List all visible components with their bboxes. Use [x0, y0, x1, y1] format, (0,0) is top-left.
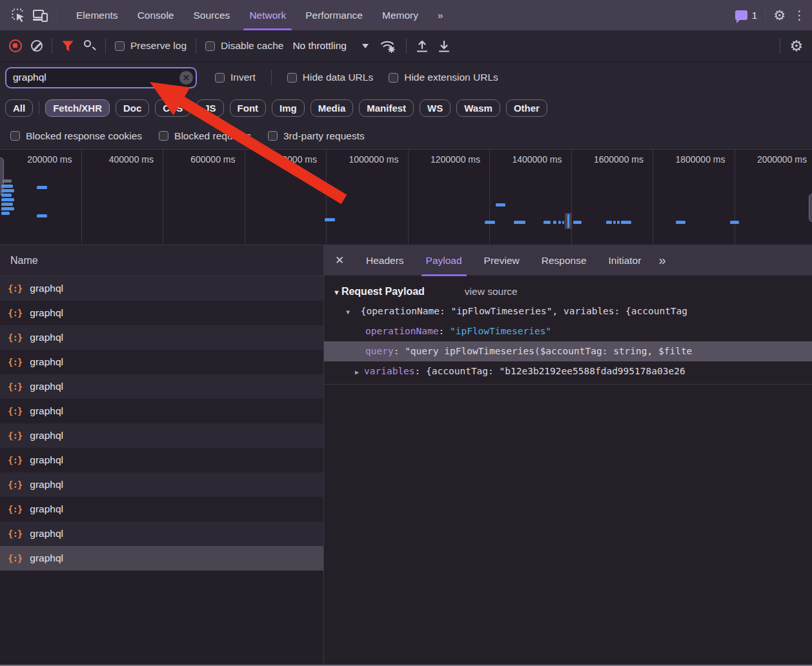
request-row[interactable]: {:}graphql	[0, 546, 323, 570]
payload-row-variables[interactable]: ▶variables: {accountTag: "b12e3b2192ee55…	[324, 361, 812, 381]
invert-checkbox[interactable]: Invert	[215, 72, 256, 83]
filter-chip-wasm[interactable]: Wasm	[456, 99, 500, 117]
export-har-icon[interactable]	[438, 39, 451, 53]
request-row[interactable]: {:}graphql	[0, 448, 323, 472]
payload-summary-row[interactable]: ▼ {operationName: "ipFlowTimeseries", va…	[324, 301, 812, 321]
timeline-request-bar	[621, 221, 631, 224]
view-source-link[interactable]: view source	[465, 286, 518, 298]
tab-memory[interactable]: Memory	[372, 0, 428, 30]
tab-sources[interactable]: Sources	[184, 0, 240, 30]
filter-chip-fetch-xhr[interactable]: Fetch/XHR	[45, 99, 110, 117]
checkbox-3rd-party-requests[interactable]: 3rd-party requests	[268, 130, 365, 142]
request-name: graphql	[30, 528, 63, 540]
request-row[interactable]: {:}graphql	[0, 301, 323, 325]
kebab-menu-icon[interactable]: ⋮	[793, 9, 806, 21]
filter-chip-media[interactable]: Media	[310, 99, 354, 117]
checkbox	[389, 73, 398, 83]
chevron-down-icon	[362, 44, 369, 48]
request-row[interactable]: {:}graphql	[0, 521, 323, 546]
request-row[interactable]: {:}graphql	[0, 374, 323, 399]
network-settings-gear-icon[interactable]: ⚙	[789, 39, 803, 54]
tab-performance[interactable]: Performance	[296, 0, 372, 30]
filter-chip-img[interactable]: Img	[272, 99, 305, 117]
timeline-request-bar	[562, 221, 564, 224]
name-column-header[interactable]: Name	[0, 245, 323, 276]
filter-chip-ws[interactable]: WS	[420, 99, 451, 117]
filter-chip-font[interactable]: Font	[230, 99, 266, 117]
request-name: graphql	[30, 430, 63, 441]
tab-elements[interactable]: Elements	[66, 0, 128, 30]
device-toolbar-icon[interactable]	[30, 5, 52, 26]
separator	[52, 38, 52, 54]
tab-network[interactable]: Network	[239, 0, 296, 30]
detail-tab-initiator[interactable]: Initiator	[598, 245, 653, 276]
settings-gear-icon[interactable]: ⚙	[773, 8, 786, 22]
request-row[interactable]: {:}graphql	[0, 399, 323, 423]
request-row[interactable]: {:}graphql	[0, 423, 323, 448]
request-row[interactable]: {:}graphql	[0, 497, 323, 521]
clear-filter-icon[interactable]: ✕	[179, 71, 193, 85]
search-icon[interactable]	[83, 39, 96, 52]
payload-colon: :	[394, 346, 405, 356]
timeline-request-bar	[617, 221, 620, 224]
clear-network-log-icon[interactable]	[31, 40, 43, 52]
throttling-dropdown[interactable]: No throttling	[292, 40, 369, 52]
import-har-icon[interactable]	[416, 39, 429, 53]
timeline-tick-2: 400000 ms	[82, 150, 164, 245]
request-name: graphql	[30, 552, 63, 564]
payload-row-query[interactable]: query: "query ipFlowTimeseries($accountT…	[324, 341, 812, 361]
request-name: graphql	[30, 332, 63, 343]
timeline-request-bar	[573, 221, 582, 224]
request-row[interactable]: {:}graphql	[0, 472, 323, 497]
hide-extension-urls-checkbox[interactable]: Hide extension URLs	[389, 72, 498, 83]
name-column-label: Name	[10, 255, 38, 267]
request-row[interactable]: {:}graphql	[0, 276, 323, 301]
triangle-right-icon: ▶	[355, 362, 364, 381]
filter-chip-manifest[interactable]: Manifest	[359, 99, 414, 117]
close-details-icon[interactable]: ✕	[324, 245, 355, 276]
request-payload-section-header[interactable]: ▼ Request Payload view source	[324, 276, 812, 301]
detail-tab-response[interactable]: Response	[531, 245, 598, 276]
issues-counter[interactable]: 1	[735, 10, 757, 21]
filter-chip-js[interactable]: JS	[196, 99, 223, 117]
network-overview-timeline[interactable]: 200000 ms400000 ms600000 ms800000 ms1000…	[0, 149, 812, 245]
filter-chip-other[interactable]: Other	[506, 99, 547, 117]
timeline-tick-3: 600000 ms	[163, 150, 245, 245]
hide-data-urls-checkbox[interactable]: Hide data URLs	[287, 72, 373, 83]
request-payload-title: Request Payload	[341, 286, 425, 298]
tab-console[interactable]: Console	[128, 0, 184, 30]
disable-cache-checkbox[interactable]: Disable cache	[205, 40, 283, 52]
more-tabs-icon[interactable]: »	[428, 0, 453, 30]
payload-key: query	[365, 346, 394, 356]
inspect-element-icon[interactable]	[8, 5, 30, 26]
json-braces-icon: {:}	[8, 381, 22, 392]
checkbox-blocked-requests[interactable]: Blocked requests	[159, 130, 251, 142]
request-row[interactable]: {:}graphql	[0, 325, 323, 350]
request-row[interactable]: {:}graphql	[0, 350, 323, 374]
payload-colon: :	[439, 326, 450, 336]
checkbox-blocked-response-cookies[interactable]: Blocked response cookies	[10, 130, 142, 142]
timeline-tick-8: 1600000 ms	[572, 150, 654, 245]
separator	[765, 8, 766, 23]
filter-input[interactable]	[5, 67, 197, 88]
json-braces-icon: {:}	[8, 479, 22, 490]
payload-row-operationName[interactable]: operationName: "ipFlowTimeseries"	[324, 321, 812, 341]
separator	[57, 8, 57, 23]
filter-chip-all[interactable]: All	[5, 99, 33, 117]
timeline-tick-10: 2000000 ms	[735, 150, 812, 245]
more-detail-tabs-icon[interactable]: »	[652, 253, 671, 268]
filter-chip-doc[interactable]: Doc	[116, 99, 149, 117]
filter-funnel-icon[interactable]	[61, 40, 74, 52]
detail-tab-headers[interactable]: Headers	[355, 245, 415, 276]
filter-chip-css[interactable]: CSS	[155, 99, 190, 117]
timeline-request-bar	[37, 214, 47, 217]
detail-tab-preview[interactable]: Preview	[473, 245, 531, 276]
timeline-selected-marker	[565, 213, 572, 229]
payload-value: "ipFlowTimeseries"	[450, 326, 551, 336]
timeline-request-bar	[1, 194, 12, 197]
preserve-log-checkbox[interactable]: Preserve log	[115, 40, 187, 52]
record-network-log-button[interactable]	[9, 39, 22, 52]
network-conditions-icon[interactable]	[380, 39, 397, 53]
timeline-tick-4: 800000 ms	[245, 150, 327, 245]
detail-tab-payload[interactable]: Payload	[415, 245, 473, 276]
